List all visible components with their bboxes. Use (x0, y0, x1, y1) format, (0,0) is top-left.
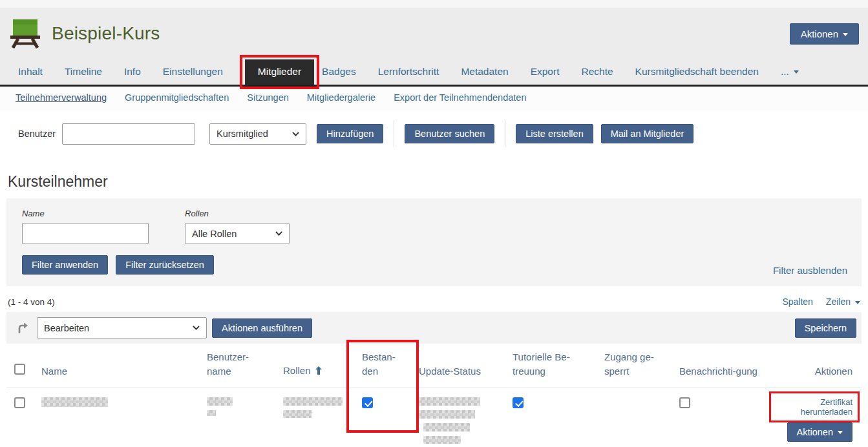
chevron-down-icon (193, 326, 200, 330)
tab-lernfortschritt[interactable]: Lernfortschritt (378, 59, 439, 85)
tab-mitglieder[interactable]: Mitglieder (245, 59, 314, 85)
cell-rollen (275, 388, 354, 447)
filter-name-label: Name (22, 209, 149, 218)
tab-inhalt[interactable]: Inhalt (18, 59, 43, 85)
course-members-page: { "colors": { "button_blue": "#44618c", … (0, 0, 868, 447)
filter-rollen-select[interactable]: Alle Rollen (185, 223, 290, 244)
certificate-link[interactable]: Zertifikat herunterladen (776, 397, 852, 417)
tab-timeline[interactable]: Timeline (65, 59, 102, 85)
col-bestanden[interactable]: Bestan-den (354, 344, 411, 388)
redacted-role (283, 397, 343, 406)
tab-badges[interactable]: Badges (322, 59, 356, 85)
chevron-down-icon (794, 70, 799, 76)
course-tabbar: Inhalt Timeline Info Einstellungen Mitgl… (0, 58, 868, 87)
cell-update-status (411, 388, 505, 447)
redacted-username (207, 410, 216, 416)
apply-to-selection-arrow-icon (17, 322, 29, 334)
row-actions-button[interactable]: Aktionen (787, 422, 852, 442)
col-benachrichtigung[interactable]: Benachrichti-gung (672, 344, 768, 388)
tutorielle-betreuung-checkbox[interactable] (513, 397, 524, 408)
tab-more[interactable]: ... (781, 59, 799, 85)
cell-tutorielle-betreuung (505, 388, 597, 447)
filter-zuruecksetzen-button[interactable]: Filter zurücksetzen (116, 255, 214, 275)
cell-bestanden (354, 388, 411, 447)
top-strip (0, 0, 868, 8)
member-row: Zertifikat herunterladen Aktionen (6, 388, 862, 447)
page-header: Beispiel-Kurs Aktionen Inhalt Timeline I… (0, 0, 868, 87)
cell-zugang-gesperrt (597, 388, 672, 447)
chevron-down-icon (855, 301, 860, 307)
redacted-status (419, 397, 480, 406)
redacted-username (207, 397, 233, 406)
course-easel-icon (9, 19, 41, 48)
subtab-sitzungen[interactable]: Sitzungen (247, 92, 289, 103)
col-benutzername[interactable]: Benutzer-name (199, 344, 275, 388)
filter-rollen-label: Rollen (185, 209, 290, 218)
redacted-role (283, 410, 312, 418)
subtab-mitgliedergalerie[interactable]: Mitgliedergalerie (307, 92, 376, 103)
members-subtabs: Teilnehmerverwaltung Gruppenmitgliedscha… (0, 87, 868, 111)
select-all-checkbox[interactable] (14, 364, 25, 375)
add-member-form: Benutzer Kursmitglied Hinzufügen Benutze… (18, 120, 862, 147)
cell-benachrichtigung (672, 388, 768, 447)
row-select-checkbox[interactable] (14, 397, 25, 408)
subtab-export-teilnehmendendaten[interactable]: Export der Teilnehmendendaten (394, 92, 526, 103)
spalten-link[interactable]: Spalten (782, 296, 812, 307)
benutzer-suchen-button[interactable]: Benutzer suchen (405, 124, 494, 143)
col-update-status[interactable]: Update-Status (411, 344, 505, 388)
aktionen-ausfuehren-button[interactable]: Aktionen ausführen (212, 318, 312, 338)
sort-ascending-icon (315, 364, 323, 379)
col-zugang-gesperrt[interactable]: Zugang ge-sperrt (597, 344, 672, 388)
header-actions-button[interactable]: Aktionen (790, 23, 859, 45)
benutzer-input[interactable] (62, 123, 195, 145)
redacted-name (41, 397, 108, 407)
bulk-toolbar: Bearbeiten Aktionen ausführen Speichern (6, 312, 862, 344)
col-rollen[interactable]: Rollen (275, 344, 354, 388)
filter-panel: Name Rollen Alle Rollen Filter anwenden … (6, 198, 862, 286)
tab-export[interactable]: Export (531, 59, 560, 85)
result-count: (1 - 4 von 4) (8, 297, 55, 307)
liste-erstellen-button[interactable]: Liste erstellen (516, 124, 593, 143)
cell-aktionen: Zertifikat herunterladen Aktionen (768, 388, 862, 447)
filter-ausblenden-link[interactable]: Filter ausblenden (773, 265, 847, 276)
subtab-teilnehmerverwaltung[interactable]: Teilnehmerverwaltung (16, 92, 107, 103)
hinzufuegen-button[interactable]: Hinzufügen (317, 124, 383, 143)
col-aktionen: Aktionen (768, 344, 862, 388)
speichern-button[interactable]: Speichern (795, 318, 856, 338)
chevron-down-icon (838, 431, 843, 437)
tab-info[interactable]: Info (124, 59, 141, 85)
tab-kursmitgliedschaft-beenden[interactable]: Kursmitgliedschaft beenden (635, 59, 759, 85)
benutzer-label: Benutzer (18, 129, 56, 139)
divider (394, 120, 394, 147)
tab-metadaten[interactable]: Metadaten (461, 59, 508, 85)
redacted-status (423, 436, 461, 444)
role-select[interactable]: Kursmitglied (209, 123, 306, 145)
members-table: Name Benutzer-name Rollen Bestan-den Upd… (6, 344, 862, 447)
table-header-row: Name Benutzer-name Rollen Bestan-den Upd… (6, 344, 862, 388)
subtab-gruppenmitgliedschaften[interactable]: Gruppenmitgliedschaften (125, 92, 229, 103)
divider (505, 120, 505, 147)
cell-benutzername (199, 388, 275, 447)
filter-anwenden-button[interactable]: Filter anwenden (22, 255, 108, 275)
bulk-action-select[interactable]: Bearbeiten (37, 317, 207, 338)
filter-name-input[interactable] (22, 223, 149, 244)
bestanden-checkbox[interactable] (362, 397, 373, 408)
page-title: Beispiel-Kurs (52, 23, 160, 44)
section-title: Kursteilnehmer (8, 173, 862, 191)
benachrichtigung-checkbox[interactable] (679, 397, 690, 408)
chevron-down-icon (292, 132, 299, 136)
col-name[interactable]: Name (34, 344, 199, 388)
col-tutorielle-betreuung[interactable]: Tutorielle Be-treuung (505, 344, 597, 388)
chevron-down-icon (275, 231, 282, 236)
redacted-status (423, 423, 470, 431)
cell-name (34, 388, 199, 447)
chevron-down-icon (843, 33, 848, 39)
zeilen-link[interactable]: Zeilen (826, 296, 860, 307)
redacted-status (419, 410, 475, 419)
mail-an-mitglieder-button[interactable]: Mail an Mitglieder (601, 124, 694, 143)
tab-einstellungen[interactable]: Einstellungen (163, 59, 223, 85)
tab-rechte[interactable]: Rechte (581, 59, 613, 85)
